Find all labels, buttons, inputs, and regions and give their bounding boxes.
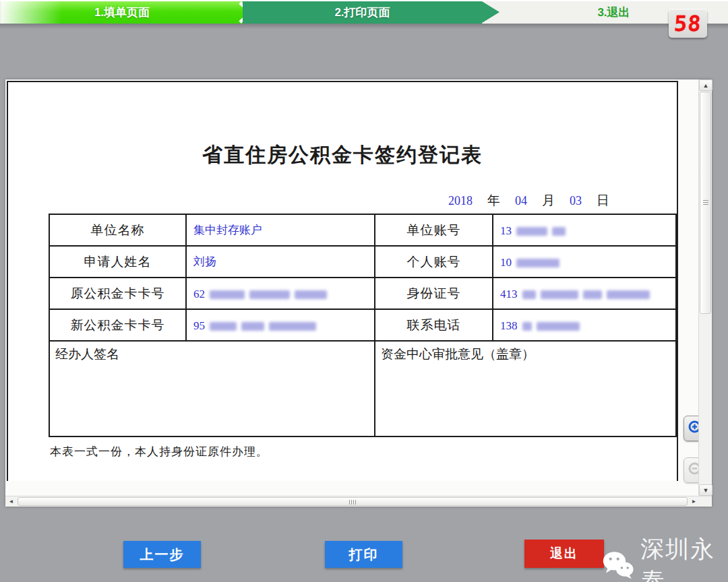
exit-button[interactable]: 退出 — [524, 540, 604, 568]
table-row: 原公积金卡卡号 62 身份证号 413 — [49, 278, 676, 309]
redacted-value — [518, 286, 650, 300]
form-title: 省直住房公积金卡签约登记表 — [8, 141, 677, 169]
value-text: 413 — [500, 288, 518, 300]
field-label: 申请人姓名 — [49, 246, 186, 278]
date-year-label: 年 — [487, 192, 500, 209]
countdown-seconds: 58 — [673, 11, 702, 36]
field-value: 95 — [186, 309, 375, 341]
date-month-value: 04 — [515, 194, 527, 208]
horizontal-scrollbar-thumb[interactable] — [18, 497, 688, 506]
table-row: 单位名称 集中封存账户 单位账号 13 — [49, 214, 676, 246]
field-value: 10 — [493, 246, 676, 278]
step-label: 3.退出 — [597, 5, 630, 20]
arrow-tip-icon — [482, 1, 499, 23]
field-label: 单位名称 — [49, 214, 186, 246]
value-text: 62 — [193, 288, 205, 300]
vertical-scrollbar-thumb[interactable] — [700, 92, 711, 314]
wechat-icon — [602, 548, 635, 582]
value-text: 95 — [193, 319, 205, 332]
step-label: 1.填单页面 — [94, 5, 150, 20]
field-label: 单位账号 — [375, 214, 493, 246]
field-label: 原公积金卡卡号 — [49, 278, 186, 309]
date-day-label: 日 — [597, 192, 609, 209]
topbar-shadow — [0, 24, 728, 29]
redacted-value — [512, 255, 559, 269]
step-tab-fill-form[interactable]: 1.填单页面 — [1, 1, 243, 24]
countdown-timer: 58 — [669, 9, 707, 38]
date-year-value: 2018 — [448, 194, 473, 208]
field-value: 集中封存账户 — [186, 214, 375, 246]
value-text: 刘扬 — [193, 255, 216, 268]
date-day-value: 03 — [570, 194, 582, 208]
date-month-label: 月 — [542, 192, 555, 209]
field-label: 身份证号 — [375, 278, 493, 309]
previous-step-button[interactable]: 上一步 — [123, 541, 201, 568]
watermark: 深圳永泰 — [602, 534, 728, 582]
scroll-left-arrow-icon[interactable]: ◄ — [5, 496, 17, 507]
table-row: 经办人签名 资金中心审批意见（盖章） — [49, 341, 676, 437]
redacted-value — [205, 318, 316, 332]
value-text: 集中封存账户 — [193, 224, 262, 236]
scroll-up-arrow-icon[interactable]: ▲ — [699, 79, 712, 91]
field-value: 413 — [493, 278, 676, 309]
field-label: 联系电话 — [375, 309, 493, 341]
step-label: 2.打印页面 — [334, 5, 390, 20]
form-footnote: 本表一式一份，本人持身份证原件办理。 — [50, 444, 677, 459]
vertical-scrollbar[interactable]: ▲ ▼ — [698, 79, 712, 496]
form-page: 省直住房公积金卡签约登记表 2018 年 04 月 03 日 单位名称 集中封存… — [7, 81, 678, 481]
registration-form-table: 单位名称 集中封存账户 单位账号 13 申请人姓名 刘扬 个人账号 10 原公积… — [49, 214, 677, 437]
redacted-value — [512, 223, 566, 237]
watermark-text: 深圳永泰 — [640, 534, 728, 582]
scrollbar-grip — [703, 200, 708, 205]
field-value: 138 — [493, 309, 676, 341]
table-row: 申请人姓名 刘扬 个人账号 10 — [49, 246, 676, 278]
field-value: 13 — [493, 214, 676, 246]
field-value: 62 — [186, 278, 375, 309]
form-date-line: 2018 年 04 月 03 日 — [8, 192, 609, 209]
approval-opinion-cell: 资金中心审批意见（盖章） — [375, 341, 676, 437]
scrollbar-grip — [349, 500, 356, 505]
scroll-right-arrow-icon[interactable]: ► — [688, 496, 700, 507]
print-button[interactable]: 打印 — [325, 541, 402, 568]
value-text: 10 — [500, 256, 512, 269]
value-text: 13 — [500, 224, 512, 237]
horizontal-scrollbar[interactable]: ◄ ► — [5, 496, 712, 507]
redacted-value — [205, 286, 327, 300]
scroll-down-arrow-icon[interactable]: ▼ — [699, 484, 712, 496]
value-text: 138 — [500, 319, 518, 332]
step-wizard-bar: 1.填单页面 2.打印页面 3.退出 — [0, 0, 728, 24]
step-tab-print-page[interactable]: 2.打印页面 — [243, 1, 482, 24]
table-row: 新公积金卡卡号 95 联系电话 138 — [49, 309, 676, 341]
field-label: 新公积金卡卡号 — [49, 309, 186, 341]
document-preview-panel: 省直住房公积金卡签约登记表 2018 年 04 月 03 日 单位名称 集中封存… — [5, 79, 712, 507]
field-value: 刘扬 — [186, 246, 375, 278]
field-label: 个人账号 — [375, 246, 493, 278]
redacted-value — [518, 318, 580, 332]
kiosk-screen: { "stepbar": { "steps": [ { "label": "1.… — [0, 0, 728, 582]
operator-signature-cell: 经办人签名 — [49, 341, 375, 437]
